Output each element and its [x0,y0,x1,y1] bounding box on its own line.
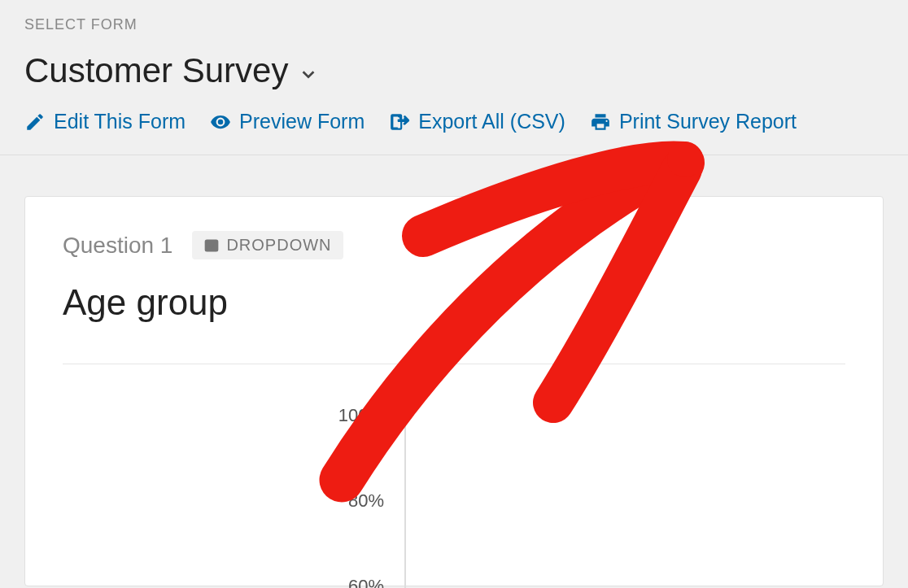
preview-form-link[interactable]: Preview Form [210,110,365,133]
question-card: Question 1 DROPDOWN Age group 100% 80% 6… [24,196,884,586]
question-number: Question 1 [63,233,172,259]
y-tick-80: 80% [348,490,384,512]
form-selector-dropdown[interactable]: Customer Survey [24,51,884,90]
chart-area: 100% 80% 60% [63,397,845,588]
export-csv-link[interactable]: Export All (CSV) [389,110,565,133]
print-report-label: Print Survey Report [619,110,797,133]
export-icon [389,111,410,133]
question-title: Age group [63,282,845,323]
action-bar: Edit This Form Preview Form Export All (… [0,110,908,155]
edit-form-link[interactable]: Edit This Form [24,110,186,133]
preview-form-label: Preview Form [239,110,365,133]
eye-icon [210,111,231,133]
export-csv-label: Export All (CSV) [418,110,565,133]
chevron-down-icon [299,65,317,83]
field-type-label: DROPDOWN [226,236,331,255]
dropdown-field-icon [203,237,220,254]
pencil-icon [24,111,46,133]
print-icon [590,111,611,133]
edit-form-label: Edit This Form [54,110,186,133]
y-tick-60: 60% [348,576,384,588]
form-name: Customer Survey [24,51,288,90]
print-report-link[interactable]: Print Survey Report [590,110,797,133]
field-type-badge: DROPDOWN [192,231,343,259]
card-divider [63,364,845,364]
select-form-label: SELECT FORM [24,16,884,33]
y-axis-line [404,415,406,588]
y-tick-100: 100% [338,405,384,426]
